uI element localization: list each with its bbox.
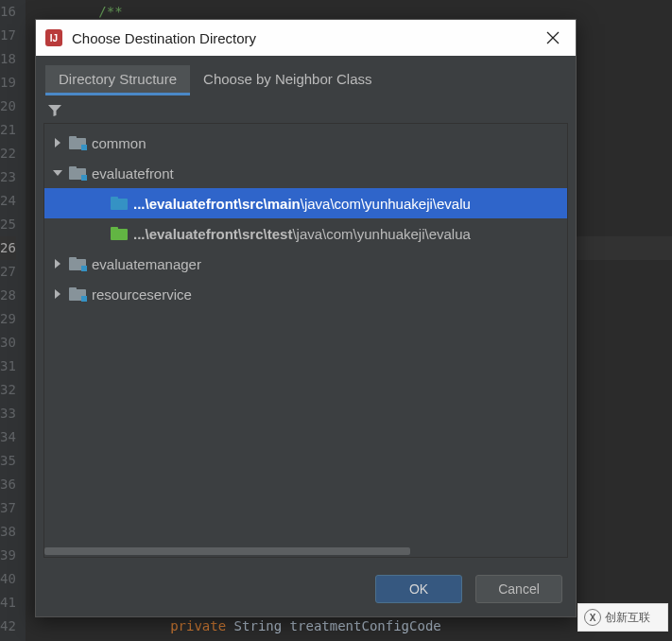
ok-button[interactable]: OK [375, 575, 462, 603]
chevron-right-icon[interactable] [50, 256, 65, 271]
directory-tree-panel: commonevaluatefront...\evaluatefront\src… [43, 123, 568, 558]
choose-destination-dialog: IJ Choose Destination Directory Director… [35, 19, 577, 617]
tree-row-label: resourceservice [92, 286, 192, 303]
dialog-title: Choose Destination Directory [72, 30, 530, 46]
close-icon [546, 31, 560, 44]
tree-row-label: ...\evaluatefront\src\test\java\com\yunh… [133, 226, 471, 242]
horizontal-scrollbar[interactable] [44, 546, 567, 557]
tree-row[interactable]: evaluatefront [44, 158, 567, 188]
scrollbar-thumb[interactable] [44, 547, 410, 555]
folder-icon [69, 257, 86, 270]
tree-toolbar [36, 95, 576, 123]
watermark-logo-icon: X [584, 609, 601, 626]
chevron-right-icon [92, 196, 107, 211]
folder-icon [111, 227, 128, 240]
filter-icon [47, 103, 62, 118]
tree-row[interactable]: ...\evaluatefront\src\main\java\com\yunh… [44, 188, 567, 218]
tree-row[interactable]: ...\evaluatefront\src\test\java\com\yunh… [44, 218, 567, 249]
dialog-titlebar: IJ Choose Destination Directory [36, 20, 576, 56]
tree-row-label: common [92, 135, 146, 151]
tree-row[interactable]: resourceservice [44, 279, 567, 309]
chevron-right-icon[interactable] [50, 286, 65, 302]
close-button[interactable] [540, 25, 566, 51]
tab-directory-structure[interactable]: Directory Structure [45, 65, 190, 95]
dialog-tabs: Directory StructureChoose by Neighbor Cl… [36, 56, 576, 95]
tree-row[interactable]: common [44, 128, 567, 158]
dialog-button-row: OK Cancel [36, 565, 576, 616]
tree-row-label: evaluatemanager [92, 256, 201, 272]
folder-icon [69, 287, 86, 301]
folder-icon [69, 136, 86, 149]
tree-row-label: evaluatefront [92, 165, 174, 182]
tree-row-label: ...\evaluatefront\src\main\java\com\yunh… [133, 196, 471, 212]
watermark-text: 创新互联 [605, 610, 650, 626]
folder-icon [111, 197, 128, 210]
chevron-right-icon [92, 226, 107, 241]
intellij-icon: IJ [45, 29, 62, 46]
chevron-right-icon[interactable] [50, 135, 65, 150]
line-number-gutter: 1617181920212223242526272829303132333435… [0, 0, 26, 641]
watermark-badge: X 创新互联 [577, 603, 668, 632]
chevron-down-icon[interactable] [50, 165, 65, 181]
cancel-button[interactable]: Cancel [475, 575, 562, 603]
tab-choose-by-neighbor-class[interactable]: Choose by Neighbor Class [190, 65, 385, 95]
directory-tree[interactable]: commonevaluatefront...\evaluatefront\src… [44, 124, 567, 546]
filter-button[interactable] [45, 101, 64, 120]
tree-row[interactable]: evaluatemanager [44, 249, 567, 279]
folder-icon [69, 166, 86, 180]
